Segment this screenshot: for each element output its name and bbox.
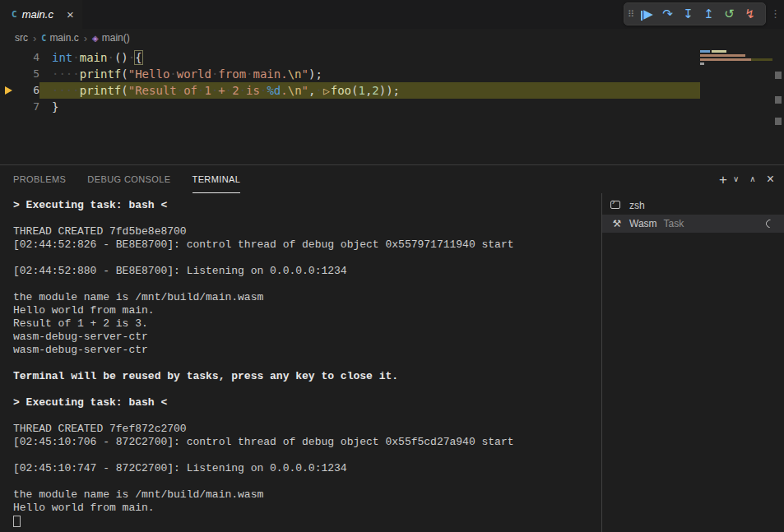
terminal-line: Result of 1 + 2 is 3. xyxy=(13,317,601,331)
code-line-6[interactable]: 6····printf("Result·of·1·+·2·is·%d.\n",·… xyxy=(0,82,784,99)
c-file-icon: C xyxy=(41,34,46,43)
code-token: ); xyxy=(308,67,322,81)
drag-handle-icon[interactable]: ⠿ xyxy=(628,9,634,20)
panel-tab-problems[interactable]: PROBLEMS xyxy=(13,165,66,193)
code-token: 2 xyxy=(372,84,378,97)
continue-button[interactable]: ▶ xyxy=(637,7,657,21)
maximize-panel-icon[interactable]: ∧ xyxy=(749,175,755,183)
terminal-line: > Executing task: bash < xyxy=(13,396,601,409)
ruler-mark xyxy=(775,118,782,125)
code-token: · xyxy=(72,51,79,64)
terminal-line: [02:44:52:826 - BE8E8700]: control threa… xyxy=(13,238,601,252)
ruler-mark xyxy=(775,96,782,104)
line-number[interactable]: 4 xyxy=(16,49,39,66)
code-token: "Result xyxy=(128,84,177,97)
code-line-5[interactable]: 5····printf("Hello·world·from·main.\n"); xyxy=(0,66,784,82)
line-number[interactable]: 5 xyxy=(16,66,39,82)
code-token: + xyxy=(218,84,225,97)
debug-toolbar-buttons: ▶↷↧↥↺↯ xyxy=(637,7,760,21)
terminal-line: THREAD CREATED 7fd5be8e8700 xyxy=(13,225,601,238)
terminal-line xyxy=(13,383,601,396)
code-token: " xyxy=(302,67,308,81)
code-token: · xyxy=(107,51,114,64)
code-token: "Hello xyxy=(128,67,170,81)
spinner-icon xyxy=(764,218,776,229)
terminal-line: THREAD CREATED 7fef872c2700 xyxy=(13,423,601,436)
code-token: int xyxy=(52,51,72,64)
code-token: . xyxy=(281,84,287,97)
tab-label: main.c xyxy=(22,8,53,21)
overview-ruler[interactable] xyxy=(772,47,784,164)
code-token: 1 xyxy=(204,84,211,97)
terminal-output[interactable]: > Executing task: bash < THREAD CREATED … xyxy=(0,193,601,532)
inline-play-icon[interactable]: ▷ xyxy=(323,85,330,97)
panel-tab-terminal[interactable]: TERMINAL xyxy=(193,165,241,193)
breadcrumb: src›Cmain.c›◈main() xyxy=(0,29,784,47)
symbol-function-icon: ◈ xyxy=(92,34,99,43)
code-editor: 4int·main·()·{5····printf("Hello·world·f… xyxy=(0,47,784,164)
panel-body: > Executing task: bash < THREAD CREATED … xyxy=(0,193,784,532)
code-token: 1 xyxy=(358,84,364,97)
terminal-icon xyxy=(610,201,620,209)
terminal-list-item-wasm[interactable]: ⚒WasmTask xyxy=(602,215,784,233)
glyph-margin[interactable] xyxy=(0,66,16,82)
tab-main-c[interactable]: C main.c × xyxy=(0,0,82,29)
terminal-line: Terminal will be reused by tasks, press … xyxy=(13,370,601,383)
terminal-list-item-zsh[interactable]: zsh xyxy=(602,197,784,215)
step-out-button[interactable]: ↥ xyxy=(698,7,719,21)
terminal-task-badge: Task xyxy=(664,218,684,229)
code-token: is xyxy=(246,84,260,97)
minimap[interactable] xyxy=(700,50,772,67)
terminal-line: [02:44:52:880 - BE8E8700]: Listening on … xyxy=(13,265,601,278)
code-token: · xyxy=(169,67,176,81)
step-over-button[interactable]: ↷ xyxy=(657,7,678,21)
terminal-line: the module name is /mnt/build/main.wasm xyxy=(13,488,601,502)
code-token: } xyxy=(52,100,58,113)
terminal-line xyxy=(13,475,601,488)
code-token: · xyxy=(239,84,246,97)
panel-tab-debug-console[interactable]: DEBUG CONSOLE xyxy=(87,165,170,193)
code-token: printf xyxy=(80,84,122,97)
step-into-button[interactable]: ↧ xyxy=(678,7,698,21)
code-token: · xyxy=(177,84,183,97)
disconnect-button[interactable]: ↯ xyxy=(740,7,760,21)
terminal-name: zsh xyxy=(629,200,645,211)
close-panel-icon[interactable]: × xyxy=(767,173,774,186)
code-token: from xyxy=(218,67,246,81)
glyph-margin[interactable] xyxy=(0,82,16,99)
code-token: { xyxy=(135,51,141,64)
terminal-line xyxy=(13,515,601,528)
panel-tabs: PROBLEMSDEBUG CONSOLETERMINAL xyxy=(13,165,262,193)
restart-button[interactable]: ↺ xyxy=(719,7,740,21)
terminal-line: wasm-debug-server-ctr xyxy=(13,331,601,344)
line-number[interactable]: 6 xyxy=(16,82,39,99)
debug-toolbar: ⠿ ▶↷↧↥↺↯ xyxy=(624,2,766,25)
code-token: )); xyxy=(379,84,400,97)
more-actions-icon[interactable]: ⋮ xyxy=(770,7,781,20)
breadcrumb-separator: › xyxy=(33,32,36,44)
terminal-dropdown-icon[interactable]: ∨ xyxy=(733,175,739,183)
line-content: ····printf("Hello·world·from·main.\n"); xyxy=(39,66,700,82)
terminal-line xyxy=(13,449,601,462)
code-token: () xyxy=(114,51,128,64)
glyph-margin[interactable] xyxy=(0,49,16,66)
breadcrumb-item-src[interactable]: src xyxy=(15,32,28,44)
code-token: main. xyxy=(253,67,288,81)
code-line-4[interactable]: 4int·main·()·{ xyxy=(0,49,784,66)
tab-close-icon[interactable]: × xyxy=(67,8,74,21)
code-line-7[interactable]: 7} xyxy=(0,99,784,115)
line-content: int·main·()·{ xyxy=(39,49,700,66)
breadcrumb-item-main[interactable]: ◈main() xyxy=(92,32,130,44)
terminal-line: Hello world from main. xyxy=(13,304,601,317)
code-token: ···· xyxy=(52,67,80,81)
glyph-margin[interactable] xyxy=(0,99,16,115)
new-terminal-icon[interactable]: + xyxy=(719,173,727,187)
c-file-icon: C xyxy=(12,9,17,20)
line-number[interactable]: 7 xyxy=(16,99,39,115)
breadcrumb-item-mainc[interactable]: Cmain.c xyxy=(41,32,78,44)
breadcrumb-separator: › xyxy=(84,32,87,44)
terminal-line xyxy=(13,357,601,370)
line-content: } xyxy=(39,99,700,115)
terminal-icon xyxy=(610,200,624,211)
code-token: \n xyxy=(288,84,302,97)
